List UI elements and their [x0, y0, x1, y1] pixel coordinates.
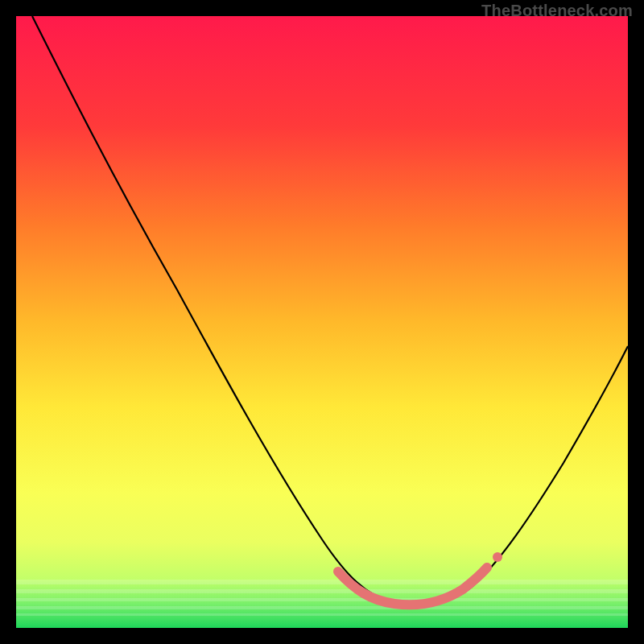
chart-stage: TheBottleneck.com [0, 0, 644, 644]
curve-layer [16, 16, 628, 628]
bottleneck-curve [32, 16, 628, 606]
plot-area [16, 16, 628, 628]
optimal-end-dot [493, 552, 502, 562]
optimal-range-marker [338, 568, 487, 605]
